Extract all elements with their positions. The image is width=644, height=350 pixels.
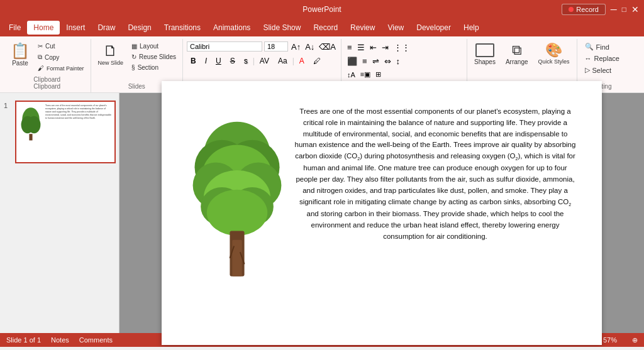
- clear-formatting-button[interactable]: ⌫A: [318, 42, 337, 52]
- slide-info: Slide 1 of 1: [6, 336, 41, 344]
- font-size-input[interactable]: [264, 41, 288, 52]
- copy-button[interactable]: ⧉ Copy: [35, 52, 87, 62]
- quick-styles-icon: 🎨: [545, 43, 562, 57]
- menu-bar: File Home Insert Draw Design Transitions…: [0, 19, 644, 36]
- font-family-input[interactable]: [187, 41, 262, 52]
- menu-item-help[interactable]: Help: [457, 21, 486, 35]
- minimize-icon[interactable]: ─: [611, 4, 617, 14]
- reuse-slides-icon: ↻: [131, 53, 136, 60]
- increase-font-button[interactable]: A↑: [290, 42, 302, 52]
- record-dot-icon: [569, 7, 574, 12]
- copy-icon: ⧉: [38, 53, 42, 61]
- text-direction-button[interactable]: ↕A: [345, 70, 357, 80]
- paste-button[interactable]: 📋 Paste: [8, 41, 33, 68]
- format-painter-icon: 🖌: [38, 65, 44, 72]
- menu-item-insert[interactable]: Insert: [60, 21, 91, 35]
- quick-styles-button[interactable]: 🎨 Quick Styles: [535, 41, 573, 67]
- character-spacing-button[interactable]: AV: [256, 55, 273, 67]
- highlight-button[interactable]: 🖊: [309, 55, 325, 67]
- arrange-icon: ⧉: [512, 43, 522, 57]
- menu-item-review[interactable]: Review: [344, 21, 381, 35]
- select-button[interactable]: ▷ Select: [581, 65, 623, 75]
- menu-item-developer[interactable]: Developer: [410, 21, 457, 35]
- format-painter-button[interactable]: 🖌 Format Painter: [35, 63, 87, 73]
- menu-item-animations[interactable]: Animations: [207, 21, 257, 35]
- reuse-slides-button[interactable]: ↻ Reuse Slides: [129, 52, 179, 62]
- svg-rect-15: [232, 240, 242, 276]
- slide[interactable]: Trees are one of the most essential comp…: [162, 81, 602, 345]
- window-title: PowerPoint: [303, 5, 341, 14]
- menu-item-draw[interactable]: Draw: [91, 21, 121, 35]
- menu-item-file[interactable]: File: [3, 21, 27, 35]
- line-spacing-button[interactable]: ↕: [394, 55, 402, 67]
- section-icon: §: [131, 64, 135, 71]
- svg-point-13: [207, 190, 267, 236]
- numbering-button[interactable]: ☰: [355, 41, 367, 53]
- shadow-button[interactable]: s: [240, 55, 252, 67]
- arrange-button[interactable]: ⧉ Arrange: [502, 41, 531, 67]
- ribbon-group-clipboard: 📋 Paste ✂ Cut ⧉ Copy 🖌 Format Painter Cl…: [4, 39, 91, 92]
- align-right-button[interactable]: ⇌: [370, 55, 381, 67]
- slide-number-label: 1: [4, 102, 8, 109]
- slide-thumbnail[interactable]: Trees are one of the most essential comp…: [15, 101, 116, 163]
- decrease-indent-button[interactable]: ⇤: [368, 41, 379, 53]
- italic-button[interactable]: I: [201, 55, 211, 67]
- notes-button[interactable]: Notes: [51, 336, 69, 344]
- slide-canvas: Trees are one of the most essential comp…: [119, 93, 644, 333]
- paste-icon: 📋: [11, 43, 30, 58]
- shapes-button[interactable]: Shapes: [471, 41, 499, 67]
- close-icon[interactable]: ✕: [631, 4, 639, 14]
- main-area: 1 Trees are one of the: [0, 93, 644, 333]
- title-bar: PowerPoint Record ─ □ ✕: [0, 0, 644, 19]
- slides-group-label: Slides: [128, 80, 145, 90]
- layout-icon: ▦: [131, 43, 137, 50]
- svg-rect-3: [29, 134, 32, 140]
- slide-text-content: Trees are one of the most essential comp…: [294, 106, 577, 242]
- menu-item-view[interactable]: View: [381, 21, 410, 35]
- zoom-slider[interactable]: ⊕: [632, 336, 638, 344]
- layout-button[interactable]: ▦ Layout: [129, 41, 179, 51]
- tree-image: [187, 119, 287, 282]
- find-button[interactable]: 🔍 Find: [581, 41, 623, 52]
- new-slide-icon: 🗋: [103, 43, 118, 58]
- record-button-titlebar[interactable]: Record: [562, 4, 605, 15]
- increase-indent-button[interactable]: ⇥: [380, 41, 391, 53]
- cut-icon: ✂: [38, 43, 43, 50]
- clipboard-group-label: Clipboard: [33, 83, 60, 90]
- columns-button[interactable]: ⋮⋮: [392, 41, 412, 53]
- underline-button[interactable]: U: [212, 55, 225, 67]
- menu-item-design[interactable]: Design: [121, 21, 157, 35]
- slide-panel: 1 Trees are one of the: [0, 93, 119, 333]
- svg-point-2: [28, 116, 41, 133]
- font-color-button[interactable]: A: [296, 55, 308, 67]
- replace-icon: ↔: [585, 55, 592, 62]
- comments-button[interactable]: Comments: [79, 336, 113, 344]
- menu-item-slideshow[interactable]: Slide Show: [257, 21, 307, 35]
- bold-button[interactable]: B: [187, 55, 200, 67]
- record-button-label: Record: [576, 6, 598, 13]
- cut-button[interactable]: ✂ Cut: [35, 41, 87, 51]
- bullets-button[interactable]: ≡: [345, 41, 354, 53]
- decrease-font-button[interactable]: A↓: [304, 42, 316, 52]
- shapes-icon: [475, 43, 494, 57]
- new-slide-button[interactable]: 🗋 New Slide: [95, 41, 127, 68]
- strikethrough-button[interactable]: S: [226, 55, 239, 67]
- align-center-button[interactable]: ≡: [360, 55, 369, 67]
- smartart-button[interactable]: ⊞: [374, 69, 383, 80]
- menu-item-transitions[interactable]: Transitions: [158, 21, 207, 35]
- change-case-button[interactable]: Aa: [274, 55, 291, 67]
- maximize-icon[interactable]: □: [622, 5, 626, 14]
- menu-item-home[interactable]: Home: [27, 21, 60, 35]
- find-icon: 🔍: [585, 43, 594, 51]
- align-text-button[interactable]: ≡▣: [358, 69, 372, 80]
- menu-item-record[interactable]: Record: [307, 21, 344, 35]
- replace-button[interactable]: ↔ Replace: [581, 53, 623, 63]
- select-icon: ▷: [585, 66, 590, 74]
- justify-button[interactable]: ⇔: [382, 55, 393, 67]
- align-left-button[interactable]: ⬛: [345, 55, 359, 67]
- section-button[interactable]: § Section: [129, 63, 179, 72]
